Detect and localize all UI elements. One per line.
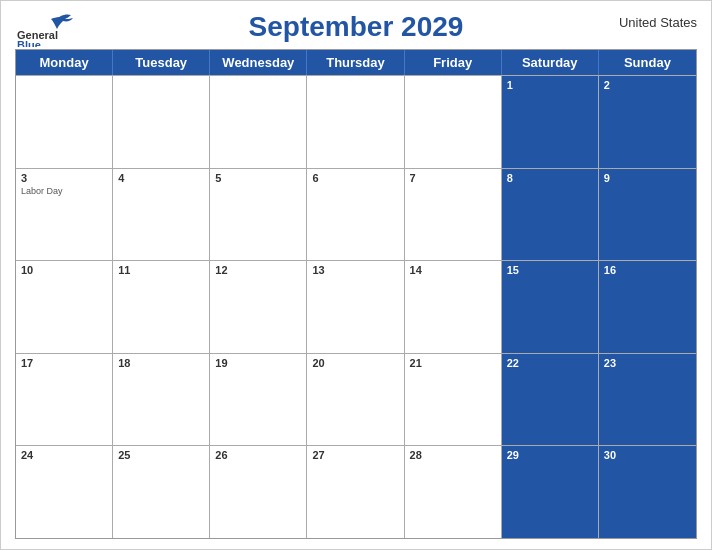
- day-header-tuesday: Tuesday: [113, 50, 210, 75]
- day-cell: 8: [502, 169, 599, 261]
- day-cell: 22: [502, 354, 599, 446]
- day-header-wednesday: Wednesday: [210, 50, 307, 75]
- day-number: 14: [410, 264, 496, 276]
- day-number: 13: [312, 264, 398, 276]
- day-cell: 4: [113, 169, 210, 261]
- day-cell: 20: [307, 354, 404, 446]
- week-row-4: 17181920212223: [16, 353, 696, 446]
- week-row-3: 10111213141516: [16, 260, 696, 353]
- day-number: 27: [312, 449, 398, 461]
- day-number: 25: [118, 449, 204, 461]
- day-cell: [307, 76, 404, 168]
- day-number: 15: [507, 264, 593, 276]
- day-number: 6: [312, 172, 398, 184]
- day-cell: 25: [113, 446, 210, 538]
- calendar-wrapper: General Blue September 2029 United State…: [0, 0, 712, 550]
- day-cell: 2: [599, 76, 696, 168]
- week-row-1: 12: [16, 75, 696, 168]
- day-number: 18: [118, 357, 204, 369]
- day-cell: 5: [210, 169, 307, 261]
- day-cell: [16, 76, 113, 168]
- day-number: 12: [215, 264, 301, 276]
- day-cell: 17: [16, 354, 113, 446]
- day-number: 4: [118, 172, 204, 184]
- day-cell: 10: [16, 261, 113, 353]
- day-number: 9: [604, 172, 691, 184]
- day-number: 26: [215, 449, 301, 461]
- day-cell: 21: [405, 354, 502, 446]
- day-header-friday: Friday: [405, 50, 502, 75]
- weeks-container: 123Labor Day4567891011121314151617181920…: [16, 75, 696, 538]
- week-row-2: 3Labor Day456789: [16, 168, 696, 261]
- day-cell: 7: [405, 169, 502, 261]
- day-cell: 23: [599, 354, 696, 446]
- logo-icon: General Blue: [15, 11, 85, 47]
- day-header-saturday: Saturday: [502, 50, 599, 75]
- day-number: 2: [604, 79, 691, 91]
- day-cell: 28: [405, 446, 502, 538]
- day-header-sunday: Sunday: [599, 50, 696, 75]
- day-cell: 29: [502, 446, 599, 538]
- day-number: 17: [21, 357, 107, 369]
- day-number: 30: [604, 449, 691, 461]
- day-cell: 13: [307, 261, 404, 353]
- day-cell: 19: [210, 354, 307, 446]
- day-cell: 12: [210, 261, 307, 353]
- day-cell: 6: [307, 169, 404, 261]
- day-number: 1: [507, 79, 593, 91]
- svg-text:Blue: Blue: [17, 39, 41, 47]
- country-label: United States: [619, 15, 697, 30]
- day-number: 5: [215, 172, 301, 184]
- day-cell: 24: [16, 446, 113, 538]
- day-cell: 11: [113, 261, 210, 353]
- day-number: 28: [410, 449, 496, 461]
- day-cell: [405, 76, 502, 168]
- logo-area: General Blue: [15, 11, 85, 47]
- day-number: 23: [604, 357, 691, 369]
- day-cell: 27: [307, 446, 404, 538]
- day-cell: 1: [502, 76, 599, 168]
- day-cell: 9: [599, 169, 696, 261]
- day-cell: [113, 76, 210, 168]
- day-cell: 18: [113, 354, 210, 446]
- week-row-5: 24252627282930: [16, 445, 696, 538]
- day-header-thursday: Thursday: [307, 50, 404, 75]
- day-number: 7: [410, 172, 496, 184]
- day-number: 29: [507, 449, 593, 461]
- day-number: 19: [215, 357, 301, 369]
- day-number: 8: [507, 172, 593, 184]
- day-number: 3: [21, 172, 107, 184]
- day-number: 20: [312, 357, 398, 369]
- day-number: 10: [21, 264, 107, 276]
- day-cell: [210, 76, 307, 168]
- day-cell: 26: [210, 446, 307, 538]
- month-title: September 2029: [249, 11, 464, 43]
- day-headers: MondayTuesdayWednesdayThursdayFridaySatu…: [16, 50, 696, 75]
- holiday-label: Labor Day: [21, 186, 107, 196]
- day-cell: 30: [599, 446, 696, 538]
- day-number: 11: [118, 264, 204, 276]
- day-cell: 3Labor Day: [16, 169, 113, 261]
- day-number: 24: [21, 449, 107, 461]
- calendar-header: General Blue September 2029 United State…: [15, 11, 697, 43]
- day-cell: 15: [502, 261, 599, 353]
- day-number: 21: [410, 357, 496, 369]
- calendar-grid: MondayTuesdayWednesdayThursdayFridaySatu…: [15, 49, 697, 539]
- day-cell: 16: [599, 261, 696, 353]
- day-header-monday: Monday: [16, 50, 113, 75]
- day-cell: 14: [405, 261, 502, 353]
- day-number: 16: [604, 264, 691, 276]
- day-number: 22: [507, 357, 593, 369]
